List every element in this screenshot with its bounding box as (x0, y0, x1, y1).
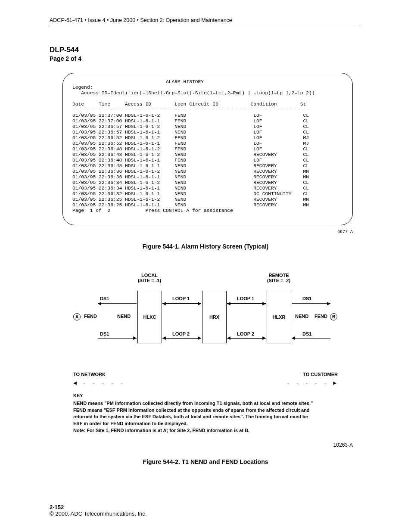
remote-sub: (SITE = -2) (267, 278, 290, 283)
loop1-b: LOOP 1 (237, 296, 254, 301)
page-number: 2-152 (50, 504, 146, 510)
nend-right: NEND (295, 314, 308, 319)
key-note: Note: For Site 1, FEND information is at… (73, 427, 338, 434)
page-footer: 2-152 © 2000, ADC Telecommunications, In… (50, 504, 146, 517)
point-b: B (330, 313, 337, 320)
ds1-top-right: DS1 (302, 296, 311, 301)
key-block: KEY NEND means "PM information collected… (73, 392, 338, 435)
arrow-right-icon: - - - - - ▶ (286, 380, 338, 386)
key-title: KEY (73, 392, 338, 399)
to-network-label: TO NETWORK (73, 372, 106, 377)
arrow-left-icon: ◀ - - - - - (73, 380, 125, 386)
ds1-bot-left: DS1 (100, 331, 109, 336)
loop2-b: LOOP 2 (237, 331, 254, 336)
fend-left: FEND (84, 314, 97, 319)
dlp-title: DLP-544 (50, 46, 361, 54)
hlxc-box: HLXC (137, 291, 162, 343)
net-cust-row: TO NETWORK TO CUSTOMER (73, 372, 338, 377)
figure-2-caption: Figure 544-2. T1 NEND and FEND Locations (50, 458, 361, 465)
key-line-4: ESF in order for FEND information to be … (73, 420, 338, 427)
figure-1-caption: Figure 544-1. Alarm History Screen (Typi… (50, 243, 361, 250)
doc-header-line: ADCP-61-471 • Issue 4 • June 2000 • Sect… (50, 17, 361, 23)
loop2-a: LOOP 2 (172, 331, 190, 336)
copyright: © 2000, ADC Telecommunications, Inc. (50, 510, 146, 517)
hrx-label: HRX (202, 314, 226, 320)
hlxr-label: HLXR (267, 314, 291, 320)
header-rule (50, 26, 361, 26)
page-indicator: Page 2 of 4 (50, 55, 361, 62)
local-label: LOCAL (SITE = -1) (130, 273, 169, 283)
hrx-box: HRX (202, 291, 227, 343)
ds1-top-left: DS1 (100, 296, 109, 301)
page: ADCP-61-471 • Issue 4 • June 2000 • Sect… (0, 0, 411, 532)
figure-2-id: 10263-A (50, 442, 353, 448)
figure-1-id: 6677-A (50, 230, 353, 234)
remote-label: REMOTE (SITE = -2) (259, 273, 298, 283)
remote-top: REMOTE (268, 273, 289, 278)
terminal-box: ALARM HISTORY Legend: Access ID=Identifi… (62, 73, 353, 225)
fend-right: FEND (314, 314, 327, 319)
local-sub: (SITE = -1) (138, 278, 161, 283)
hlxc-label: HLXC (138, 314, 162, 320)
hlxr-box: HLXR (267, 291, 291, 343)
dash-arrows: ◀ - - - - - - - - - - ▶ (73, 380, 338, 386)
terminal-content: ALARM HISTORY Legend: Access ID=Identifi… (72, 79, 343, 214)
loop1-a: LOOP 1 (172, 296, 190, 301)
local-top: LOCAL (141, 273, 158, 278)
key-line-3: returned to the system via the ESF Datal… (73, 414, 338, 420)
key-line-1: NEND means "PM information collected dir… (73, 400, 338, 407)
ds1-bot-right: DS1 (302, 331, 311, 336)
point-a: A (73, 313, 81, 320)
diagram-544-2: LOCAL (SITE = -1) REMOTE (SITE = -2) HLX… (74, 274, 337, 360)
to-customer-label: TO CUSTOMER (303, 372, 338, 377)
key-line-2: FEND means "ESF PRM information collecte… (73, 407, 338, 414)
nend-left: NEND (117, 314, 131, 319)
